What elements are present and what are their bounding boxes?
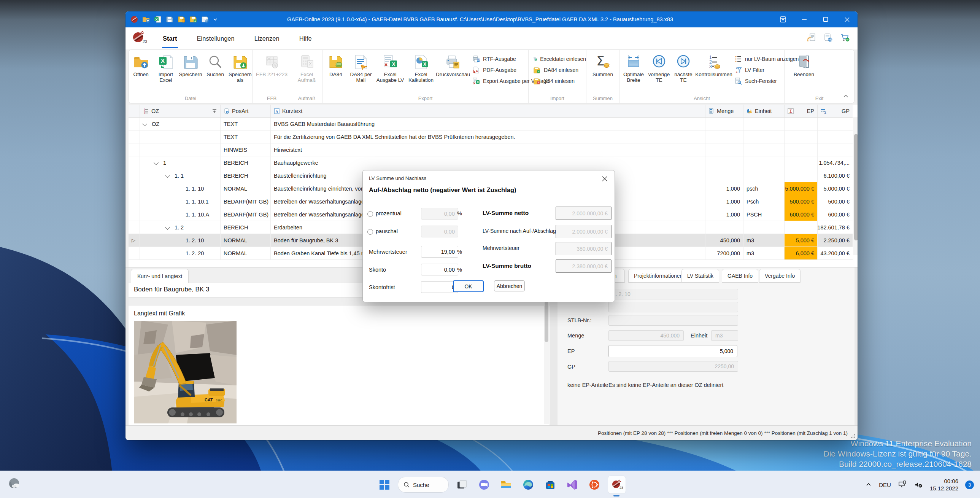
header-kurztext[interactable]: A Kurztext	[271, 105, 705, 117]
ribbon-display-options-button[interactable]	[772, 11, 794, 27]
speichern-button[interactable]: Speichern	[178, 54, 202, 83]
optimale-breite-button[interactable]: Optimale Breite	[621, 54, 646, 85]
tab-lv-statistik[interactable]: LV Statistik	[681, 269, 719, 283]
import-excel-button[interactable]: X Import Excel	[154, 54, 178, 83]
header-ep[interactable]: Σ EP	[784, 105, 818, 117]
titlebar[interactable]: X GAEB-Online 2023 (9.1.0.0-x64) - GAEB-…	[126, 11, 858, 27]
naechste-te-button[interactable]: nächste TE	[672, 54, 695, 85]
tray-chevron-icon[interactable]	[865, 481, 872, 488]
tab-einstellungen[interactable]: Einstellungen	[196, 34, 235, 44]
tab-lizenzen[interactable]: Lizenzen	[254, 34, 280, 44]
kurztext-field[interactable]	[608, 302, 738, 312]
prozentual-field[interactable]: 0,00	[421, 208, 458, 220]
language-indicator[interactable]: DEU	[879, 482, 891, 488]
vorherige-te-button[interactable]: vorherige TE	[647, 54, 671, 85]
minimize-button[interactable]	[794, 11, 815, 27]
resize-grip[interactable]	[851, 434, 855, 438]
start-button[interactable]	[376, 476, 393, 493]
dialog-close-button[interactable]	[600, 174, 609, 184]
kontrollsummen-button[interactable]: 123 Kontrollsummen	[695, 54, 732, 85]
excel-ausgabe-lv-button[interactable]: X Excel Ausgabe LV	[375, 54, 406, 85]
tab-vergabe-info[interactable]: Vergabe Info	[759, 269, 800, 283]
mwst-unit: %	[457, 249, 462, 255]
widgets-button[interactable]	[7, 476, 22, 493]
manual-web-icon[interactable]	[823, 33, 833, 43]
header-posart[interactable]: PosArt	[221, 105, 271, 117]
druckvorschau-button[interactable]: Druckvorschau	[437, 54, 469, 85]
tab-hilfe[interactable]: Hilfe	[299, 34, 313, 44]
maximize-button[interactable]	[815, 11, 836, 27]
teams-chat-button[interactable]	[476, 476, 493, 493]
tree-expand-icon[interactable]	[142, 121, 147, 126]
oeffnen-button[interactable]: Öffnen	[129, 54, 153, 83]
table-row[interactable]: 1BEREICHBauhauptgewerke1.054.734,...	[129, 156, 853, 169]
langtext-scrollbar[interactable]	[544, 284, 549, 424]
einheit-field[interactable]: m3	[711, 330, 738, 341]
pauschal-radio[interactable]	[368, 229, 373, 235]
table-vertical-scrollbar[interactable]	[853, 117, 858, 255]
pauschal-field[interactable]: 0,00	[421, 226, 458, 238]
summen-button[interactable]: Σ Summen	[588, 54, 617, 77]
x94-einlesen-button[interactable]: X94 einlesen	[533, 77, 586, 85]
gp-field[interactable]: 2250,00	[608, 361, 738, 372]
header-oz[interactable]: 123 OZ	[140, 105, 221, 117]
clock[interactable]: 00:06 15.12.2022	[930, 477, 958, 492]
sort-icon[interactable]	[212, 109, 217, 114]
tree-expand-icon[interactable]	[154, 160, 159, 165]
gaeb-logo-icon[interactable]: 23	[132, 30, 147, 46]
tab-kurz-und-langtext[interactable]: Kurz- und Langtext	[131, 269, 189, 283]
task-view-button[interactable]	[453, 476, 471, 493]
ok-button[interactable]: OK	[453, 280, 484, 292]
save-icon[interactable]	[165, 15, 174, 24]
tab-start[interactable]: Start	[162, 34, 178, 44]
news-feed-icon[interactable]	[807, 33, 816, 43]
efb-button[interactable]: EFB 221+223	[255, 54, 289, 77]
tree-expand-icon[interactable]	[165, 225, 170, 230]
tree-expand-icon[interactable]	[165, 173, 170, 178]
exceldatei-einlesen-button[interactable]: X Exceldatei einlesen	[533, 55, 586, 63]
tab-projektinformationen[interactable]: Projektinformationen	[628, 269, 688, 283]
ubuntu-button[interactable]	[585, 476, 603, 493]
menge-field[interactable]: 450,000	[608, 330, 684, 341]
tab-gaeb-info[interactable]: GAEB Info	[722, 269, 758, 283]
ep-field[interactable]: 5,000	[608, 345, 737, 357]
skonto-field[interactable]: 0,00	[421, 263, 458, 275]
stlb-field[interactable]	[608, 315, 738, 326]
edge-button[interactable]	[519, 476, 537, 493]
notification-badge[interactable]: 3	[965, 480, 974, 489]
save-import-icon[interactable]	[189, 15, 197, 24]
network-icon[interactable]	[898, 480, 907, 489]
shop-cart-icon[interactable]	[840, 33, 850, 43]
volume-muted-icon[interactable]	[914, 480, 923, 489]
da84-button[interactable]: DA84	[325, 54, 347, 85]
save-variant-icon[interactable]	[177, 15, 186, 24]
ribbon-collapse-button[interactable]	[843, 93, 849, 101]
oz-field[interactable]: 1. 2. 10	[608, 289, 738, 299]
table-row[interactable]: HINWEISHinweistext	[129, 144, 853, 156]
svg-text:A: A	[276, 109, 278, 113]
ms-store-button[interactable]	[541, 476, 559, 493]
close-button[interactable]	[836, 11, 858, 27]
prozentual-radio[interactable]	[368, 211, 373, 217]
open-file-icon[interactable]	[142, 15, 150, 24]
da84-einlesen-button[interactable]: DA84 einlesen	[533, 66, 586, 74]
table-row[interactable]: OZTEXTBVBS GAEB Musterdatei Bauausführun…	[129, 118, 853, 131]
visual-studio-button[interactable]	[563, 476, 581, 493]
speichern-als-button[interactable]: Speichern als	[228, 54, 252, 83]
search-box[interactable]: Suche	[398, 477, 449, 493]
da84-per-mail-button[interactable]: DA84 per Mail	[348, 54, 374, 85]
cell-posart: TEXT	[221, 131, 271, 143]
gaeb-online-taskbar-button[interactable]: 23	[608, 476, 626, 494]
beenden-button[interactable]: Beenden	[791, 54, 817, 77]
header-gp[interactable]: Σ GP	[818, 105, 853, 117]
excel-aufmass-button[interactable]: X Excel Aufmaß	[293, 54, 321, 83]
import-excel-icon[interactable]: X	[154, 15, 162, 24]
excel-kalkulation-button[interactable]: X Excel Kalkulation	[406, 54, 436, 85]
header-einheit[interactable]: Einheit	[743, 105, 784, 117]
file-explorer-button[interactable]	[497, 476, 515, 493]
suchen-button[interactable]: Suchen	[204, 54, 228, 83]
header-menge[interactable]: Menge	[705, 105, 743, 117]
table-row[interactable]: TEXTFür die Zertifizierung von GAEB DA X…	[129, 131, 853, 144]
cancel-button[interactable]: Abbrechen	[494, 280, 525, 291]
mwst-field[interactable]: 19,00	[421, 246, 458, 257]
